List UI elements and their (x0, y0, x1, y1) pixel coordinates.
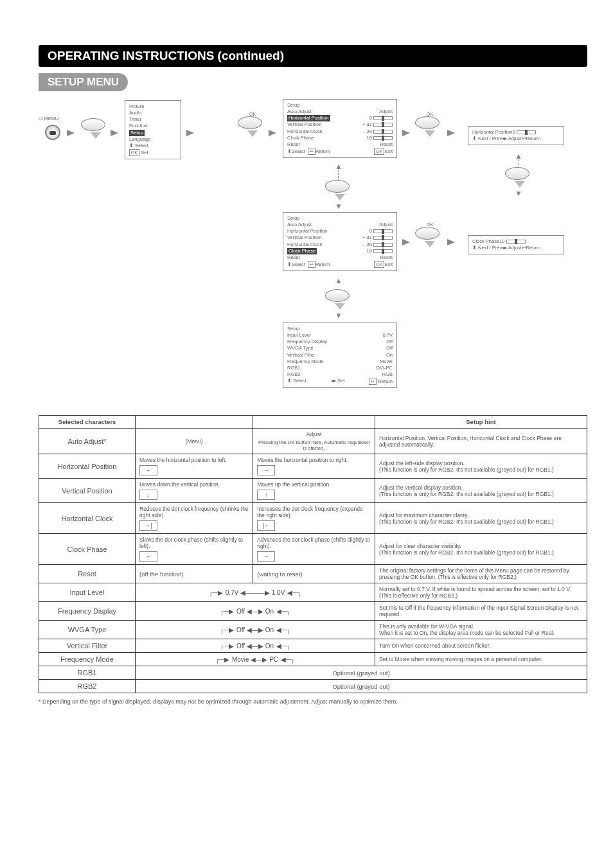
table-row: Vertical Filter ┌─▶ Off ◀—▶ On ◀─┐ Turn … (39, 639, 587, 653)
expand-icon: |← (257, 520, 275, 531)
cycle-freq-display: ┌─▶ Off ◀—▶ On ◀─┐ (139, 608, 371, 615)
table-row: WVGA Type ┌─▶ Off ◀—▶ On ◀─┐ This is onl… (39, 621, 587, 639)
table-row: Input Level ┌─▶ 0.7V ◀———▶ 1.0V ◀─┐ Norm… (39, 583, 587, 602)
page-title: OPERATING INSTRUCTIONS (continued) (39, 45, 587, 67)
flow-diagram: ▭MENU Picture Audio Timer Function Setup… (39, 96, 587, 411)
osd-panel-setup-1: Setup Auto AdjustAdjust Horizontal Posit… (283, 99, 397, 158)
cycle-vfilter: ┌─▶ Off ◀—▶ On ◀─┐ (139, 642, 371, 650)
th-selected: Selected characters (39, 416, 136, 429)
th-hint: Setup hint (375, 416, 587, 429)
table-row: Horizontal Clock Reduces the dot clock f… (39, 503, 587, 534)
menu-button-icon (45, 125, 60, 140)
table-row: Frequency Mode ┌─▶ Movie ◀—▶ PC ◀─┐ Set … (39, 653, 587, 666)
menu-label: ▭MENU (39, 116, 59, 121)
nav-button-vert-side-1 (505, 167, 535, 188)
th-col3 (253, 416, 375, 429)
settings-table: Selected characters Setup hint Auto Adju… (39, 415, 587, 693)
table-row: RGB1 Optional (grayed out) (39, 666, 587, 680)
table-row: Vertical Position Moves down the vertica… (39, 479, 587, 503)
ok-button-2: OK (415, 112, 445, 137)
th-col2 (136, 416, 253, 429)
osd-panel-setup-2: Setup Auto AdjustAdjust Horizontal Posit… (283, 212, 397, 271)
osd-panel-clock-phase: Clock Phase10 ⬍ Next / Prev◂▸ Adjust↩Ret… (468, 235, 564, 254)
cycle-wvga: ┌─▶ Off ◀—▶ On ◀─┐ (139, 626, 371, 633)
nav-button-vert-1 (325, 180, 355, 200)
osd-panel-horiz-pos: Horizontal Position0 ⬍ Next / Prev◂▸ Adj… (468, 126, 564, 145)
down-arrow-icon: ↓ (139, 490, 157, 500)
table-row: Clock Phase Slows the dot clock phase (s… (39, 534, 587, 565)
footnote: * Depending on the type of signal displa… (39, 698, 587, 705)
section-label: SETUP MENU (39, 73, 128, 91)
table-header-row: Selected characters Setup hint (39, 416, 587, 429)
ok-button-3: OK (415, 222, 445, 247)
nav-button-vert-2 (325, 289, 355, 310)
table-row: Auto Adjust* (Menu) AdjustPressing the O… (39, 429, 587, 454)
row-hint: Horizontal Position, Vertical Position, … (375, 429, 587, 454)
nav-button-1 (81, 118, 111, 139)
phase-right-icon: → (257, 551, 275, 562)
table-row: Reset (off the function) (waiting to res… (39, 565, 587, 583)
shrink-icon: →| (139, 520, 157, 531)
row-label: Auto Adjust* (39, 429, 136, 454)
osd-panel-setup-3: Setup Input Level0.7V Frequency DisplayO… (283, 323, 397, 388)
up-arrow-icon: ↑ (257, 490, 275, 500)
table-row: Frequency Display ┌─▶ Off ◀—▶ On ◀─┐ Set… (39, 602, 587, 621)
left-arrow-icon: ← (139, 465, 157, 475)
cycle-freqmode: ┌─▶ Movie ◀—▶ PC ◀─┐ (139, 656, 371, 663)
table-row: RGB2 Optional (grayed out) (39, 680, 587, 693)
ok-button-1: OK (238, 112, 267, 137)
table-row: Horizontal Position Moves the horizontal… (39, 454, 587, 479)
right-arrow-icon: → (257, 465, 275, 475)
cycle-input-level: ┌─▶ 0.7V ◀———▶ 1.0V ◀─┐ (139, 589, 371, 596)
phase-left-icon: ← (139, 551, 157, 562)
osd-panel-main: Picture Audio Timer Function Setup Langu… (125, 100, 181, 159)
